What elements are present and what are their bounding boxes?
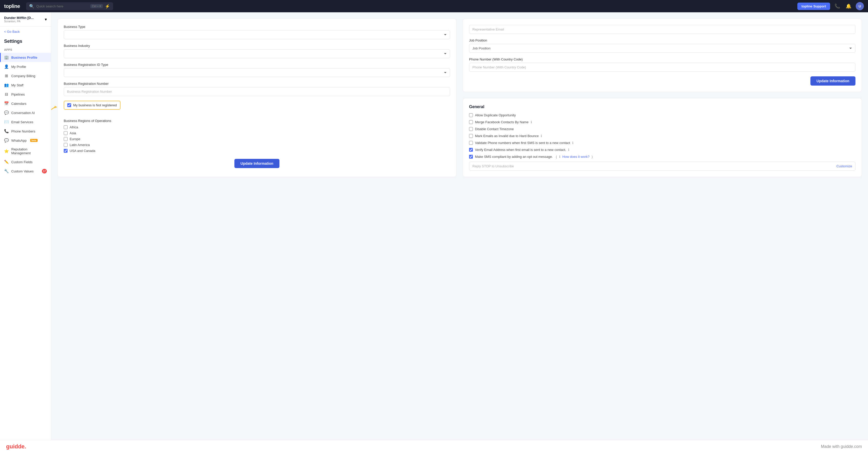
settings-title: Settings — [0, 37, 51, 45]
phone-input[interactable] — [469, 63, 856, 72]
info-icon-validate-phone[interactable]: ℹ — [572, 141, 574, 145]
general-disable-timezone[interactable]: Disable Contact Timezone — [469, 127, 856, 131]
sidebar-item-my-profile[interactable]: 👤 My Profile — [0, 62, 51, 71]
sidebar-item-label: Company Billing — [11, 74, 35, 78]
notification-icon[interactable]: 🔔 — [844, 2, 852, 10]
left-update-btn-row: Update Information — [64, 159, 450, 168]
info-icon-mark-invalid[interactable]: ℹ — [541, 134, 542, 138]
region-usa-canada-checkbox[interactable] — [64, 149, 67, 153]
sidebar-item-conversation-ai[interactable]: 💬 Conversation AI — [0, 108, 51, 117]
right-update-button[interactable]: Update Information — [810, 76, 856, 86]
region-africa-checkbox[interactable] — [64, 125, 67, 129]
business-reg-number-input[interactable] — [64, 87, 450, 96]
sidebar-item-label: Pipelines — [11, 92, 25, 96]
sidebar-item-label: My Profile — [11, 65, 26, 69]
region-usa-canada[interactable]: USA and Canada — [64, 149, 450, 153]
phone-label: Phone Number (With Country Code) — [469, 57, 856, 61]
my-profile-icon: 👤 — [4, 64, 9, 69]
search-bar[interactable]: 🔍 Ctrl + K ⚡ — [26, 2, 113, 10]
business-reg-id-select[interactable] — [64, 68, 450, 77]
go-back-link[interactable]: < Go Back — [0, 27, 51, 37]
region-africa[interactable]: Africa — [64, 125, 450, 129]
job-position-select[interactable]: Job Position — [469, 44, 856, 53]
info-icon-merge[interactable]: ℹ — [531, 120, 532, 124]
annotation-arrow — [51, 101, 62, 114]
mark-invalid-checkbox[interactable] — [469, 134, 473, 138]
general-mark-invalid[interactable]: Mark Emails as Invalid due to Hard Bounc… — [469, 134, 856, 138]
left-panel-card: Business Type Business Industry Business… — [57, 19, 457, 177]
business-industry-select[interactable] — [64, 49, 450, 58]
general-title: General — [469, 105, 856, 109]
region-latin-america-checkbox[interactable] — [64, 143, 67, 147]
beta-badge: beta — [30, 139, 38, 142]
merge-facebook-checkbox[interactable] — [469, 120, 473, 124]
sidebar-item-custom-fields[interactable]: ✏️ Custom Fields — [0, 157, 51, 167]
business-type-select[interactable] — [64, 30, 450, 39]
general-card: General Allow Duplicate Opportunity Merg… — [463, 98, 862, 177]
search-input[interactable] — [36, 4, 88, 8]
sidebar-item-reputation-management[interactable]: ⭐ Reputation Management — [0, 145, 51, 157]
allow-duplicate-checkbox[interactable] — [469, 113, 473, 117]
sidebar-item-email-services[interactable]: ✉️ Email Services — [0, 117, 51, 126]
region-usa-canada-label: USA and Canada — [70, 149, 95, 153]
pipelines-icon: ⊟ — [4, 92, 9, 96]
right-panel: Job Position Job Position Phone Number (… — [463, 19, 862, 177]
regions-section: Business Regions of Operations Africa As… — [64, 119, 450, 153]
region-asia-checkbox[interactable] — [64, 131, 67, 135]
sidebar-item-custom-values[interactable]: 🔧 Custom Values 17 — [0, 167, 51, 176]
merge-facebook-label: Merge Facebook Contacts By Name — [475, 120, 529, 124]
not-registered-checkbox[interactable] — [67, 103, 71, 107]
rep-email-input[interactable] — [469, 25, 856, 34]
reply-stop-placeholder: Reply STOP to Unsubscribe — [472, 164, 514, 168]
validate-phone-checkbox[interactable] — [469, 141, 473, 145]
support-button[interactable]: topline Support — [797, 3, 830, 10]
guidde-logo: guidde. — [6, 443, 26, 450]
customize-link[interactable]: Customize — [837, 164, 852, 168]
not-registered-checkbox-group[interactable]: My business is Not registered — [64, 101, 121, 110]
company-location: Scranton, PA — [4, 20, 34, 23]
email-services-icon: ✉️ — [4, 120, 9, 124]
general-allow-duplicate[interactable]: Allow Duplicate Opportunity — [469, 113, 856, 117]
region-asia[interactable]: Asia — [64, 131, 450, 135]
region-europe-checkbox[interactable] — [64, 137, 67, 141]
job-position-group: Job Position Job Position — [469, 38, 856, 53]
info-icon-sms[interactable]: ℹ — [559, 155, 560, 159]
info-icon-verify-email[interactable]: ℹ — [568, 148, 569, 152]
region-europe[interactable]: Europe — [64, 137, 450, 141]
sidebar-item-calendars[interactable]: 📅 Calendars — [0, 99, 51, 108]
sidebar-item-label: Custom Values — [11, 169, 33, 173]
sidebar-item-whatsapp[interactable]: 💬 WhatsApp beta — [0, 136, 51, 145]
main-layout: Dunder Mifflin [D... Scranton, PA ▾ < Go… — [0, 12, 868, 440]
business-industry-label: Business Industry — [64, 44, 450, 48]
company-selector[interactable]: Dunder Mifflin [D... Scranton, PA ▾ — [0, 12, 51, 27]
general-merge-facebook[interactable]: Merge Facebook Contacts By Name ℹ — [469, 120, 856, 124]
general-verify-email[interactable]: Verify Email Address when first email is… — [469, 148, 856, 152]
sidebar-item-business-profile[interactable]: 🏢 Business Profile — [0, 53, 51, 62]
notification-badge: 17 — [42, 169, 47, 173]
how-does-it-work-link[interactable]: How does it work? — [562, 155, 590, 159]
reputation-icon: ⭐ — [4, 149, 9, 153]
verify-email-checkbox[interactable] — [469, 148, 473, 152]
verify-email-label: Verify Email Address when first email is… — [475, 148, 566, 152]
general-sms-compliant[interactable]: Make SMS compliant by adding an opt out … — [469, 155, 856, 159]
sms-compliant-checkbox[interactable] — [469, 155, 473, 159]
disable-timezone-checkbox[interactable] — [469, 127, 473, 131]
region-latin-america[interactable]: Latin America — [64, 143, 450, 147]
reply-stop-row: Reply STOP to Unsubscribe Customize — [469, 162, 856, 171]
sidebar-item-my-staff[interactable]: 👥 My Staff — [0, 81, 51, 90]
general-validate-phone[interactable]: Validate Phone numbers when first SMS is… — [469, 141, 856, 145]
sidebar-item-company-billing[interactable]: ⊞ Company Billing — [0, 71, 51, 81]
custom-fields-icon: ✏️ — [4, 160, 9, 164]
business-reg-number-group: Business Registration Number — [64, 82, 450, 96]
sidebar-item-pipelines[interactable]: ⊟ Pipelines — [0, 90, 51, 99]
business-type-label: Business Type — [64, 25, 450, 29]
sidebar-item-label: Calendars — [11, 102, 26, 106]
right-update-btn-row: Update Information — [469, 76, 856, 86]
avatar[interactable]: U — [856, 2, 864, 10]
sidebar-item-phone-numbers[interactable]: 📞 Phone Numbers — [0, 126, 51, 136]
left-update-button[interactable]: Update Information — [235, 159, 279, 168]
business-reg-number-label: Business Registration Number — [64, 82, 450, 86]
sidebar-item-label: Custom Fields — [11, 160, 32, 164]
lightning-icon: ⚡ — [105, 4, 110, 9]
phone-icon[interactable]: 📞 — [833, 2, 841, 10]
